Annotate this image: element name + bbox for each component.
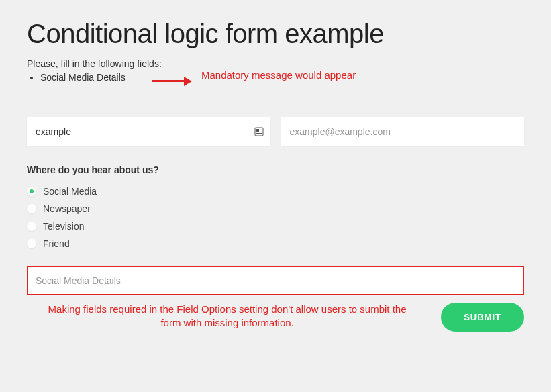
annotation-arrow-wrap: Mandatory message would appear [27, 83, 524, 107]
contact-card-icon [254, 127, 264, 136]
radio-icon [27, 187, 36, 196]
radio-icon [27, 204, 36, 213]
form-card: Conditional logic form example Please, f… [12, 12, 539, 332]
footer-row: Making fields required in the Field Opti… [27, 303, 524, 332]
radio-television[interactable]: Television [27, 221, 524, 232]
annotation-top: Mandatory message would appear [201, 69, 356, 81]
page-title: Conditional logic form example [27, 19, 524, 49]
svg-rect-1 [256, 129, 259, 132]
radio-group: Social Media Newspaper Television Friend [27, 186, 524, 249]
radio-icon [27, 222, 36, 231]
radio-label: Social Media [43, 186, 97, 197]
radio-label: Television [43, 221, 84, 232]
radio-social-media[interactable]: Social Media [27, 186, 524, 197]
radio-icon [27, 239, 36, 248]
email-input[interactable] [281, 117, 525, 146]
radio-label: Friend [43, 238, 70, 249]
input-row [27, 117, 524, 146]
email-field-wrap [281, 117, 525, 146]
radio-friend[interactable]: Friend [27, 238, 524, 249]
arrow-right-icon [152, 75, 192, 87]
radio-label: Newspaper [43, 203, 91, 214]
question-label: Where do you hear about us? [27, 164, 524, 175]
social-media-details-input[interactable] [27, 266, 524, 295]
submit-button[interactable]: SUBMIT [441, 303, 524, 332]
svg-rect-2 [256, 133, 262, 134]
annotation-bottom: Making fields required in the Field Opti… [27, 303, 428, 330]
instruction-text: Please, fill in the following fields: [27, 58, 524, 69]
name-field-wrap [27, 117, 270, 146]
radio-newspaper[interactable]: Newspaper [27, 203, 524, 214]
name-input[interactable] [27, 117, 270, 146]
